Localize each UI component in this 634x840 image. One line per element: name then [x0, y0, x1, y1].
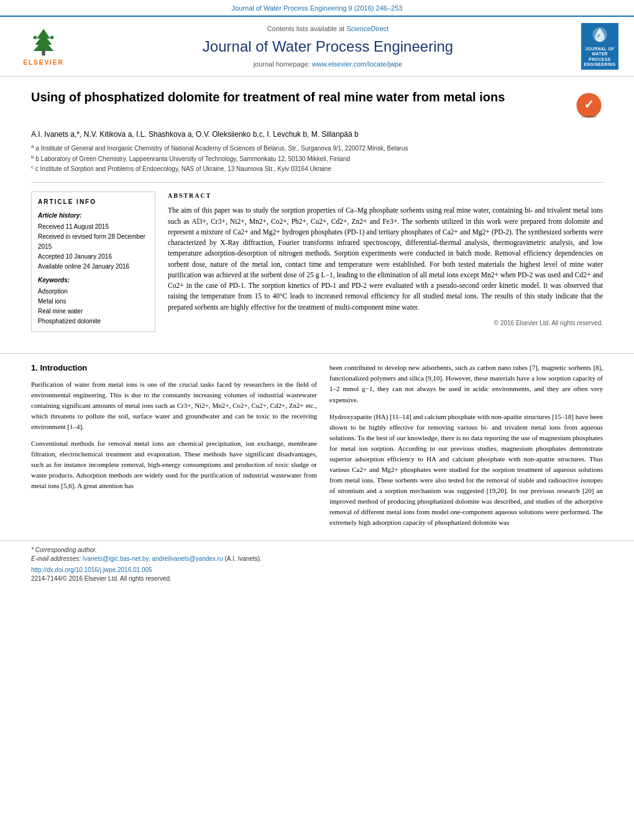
journal-citation-bar: Journal of Water Process Engineering 9 (…	[0, 0, 634, 16]
body-para-2: Conventional methods for removal metal i…	[31, 438, 317, 491]
water-drop-icon	[590, 25, 609, 44]
body-column-right: been contributed to develop new adsorben…	[329, 362, 603, 534]
abstract-title: ABSTRACT	[168, 192, 603, 200]
journal-homepage-link[interactable]: www.elsevier.com/locate/jwpe	[312, 60, 403, 68]
affiliation-a: a a Institute of General and Inorganic C…	[31, 143, 603, 153]
article-info-left: ARTICLE INFO Article history: Received 1…	[31, 192, 155, 332]
keyword-3: Real mine water	[38, 307, 149, 316]
keywords-label: Keywords:	[38, 275, 149, 285]
journal-title: Journal of Water Process Engineering	[81, 36, 575, 57]
body-para-4: Hydroxyapatite (HA) [11–14] and calcium …	[329, 412, 603, 528]
body-para-1: Purification of water from metal ions is…	[31, 379, 317, 432]
article-info-box: ARTICLE INFO Article history: Received 1…	[31, 192, 155, 332]
homepage-line: journal homepage: www.elsevier.com/locat…	[81, 60, 575, 69]
article-title-section: Using of phosphatized dolomite for treat…	[31, 89, 603, 122]
icon-text-line3: ENGINEERING	[584, 62, 616, 67]
elsevier-logo: ELSEVIER	[12, 26, 75, 67]
affiliations: a a Institute of General and Inorganic C…	[31, 143, 603, 173]
contents-line: Contents lists available at ScienceDirec…	[81, 24, 575, 34]
received-revised-date: Received in revised form 28 December 201…	[38, 232, 149, 252]
article-info-title: ARTICLE INFO	[38, 197, 149, 207]
email-line: E-mail addresses: Ivanets@igic.bas-net.b…	[31, 555, 603, 563]
elsevier-brand-text: ELSEVIER	[23, 58, 63, 67]
main-body: 1. Introduction Purification of water fr…	[0, 362, 634, 534]
svg-text:✓: ✓	[584, 98, 594, 111]
icon-text-line1: JOURNAL OF	[584, 47, 616, 52]
article-area: Using of phosphatized dolomite for treat…	[0, 76, 634, 344]
abstract-text: The aim of this paper was to study the s…	[168, 205, 603, 313]
article-title: Using of phosphatized dolomite for treat…	[31, 89, 569, 105]
svg-text:CrossMark: CrossMark	[581, 114, 597, 118]
body-para-3: been contributed to develop new adsorben…	[329, 362, 603, 405]
accepted-date: Accepted 10 January 2016	[38, 252, 149, 262]
header-center: Contents lists available at ScienceDirec…	[81, 24, 575, 69]
rights-line: 2214-7144/© 2016 Elsevier Ltd. All right…	[31, 575, 603, 583]
crossmark-logo: ✓ CrossMark	[575, 91, 603, 122]
footnote-area: * Corresponding author. E-mail addresses…	[0, 540, 634, 583]
svg-point-5	[50, 35, 53, 39]
keyword-2: Metal ions	[38, 297, 149, 307]
section1-heading: 1. Introduction	[31, 362, 317, 374]
journal-citation-link[interactable]: Journal of Water Process Engineering 9 (…	[232, 4, 403, 12]
keyword-4: Phosphatized dolomite	[38, 316, 149, 326]
svg-marker-3	[34, 39, 54, 51]
abstract-section: ABSTRACT The aim of this paper was to st…	[168, 192, 603, 332]
icon-text-line2: WATER PROCESS	[584, 52, 616, 62]
received-date: Received 11 August 2015	[38, 222, 149, 232]
authors-line: A.I. Ivanets a,*, N.V. Kitikova a, I.L. …	[31, 129, 603, 140]
email-link[interactable]: Ivanets@igic.bas-net.by, andreiIvanets@y…	[83, 555, 223, 562]
crossmark-icon: ✓ CrossMark	[575, 91, 603, 119]
keyword-1: Adsorption	[38, 287, 149, 297]
svg-point-4	[34, 35, 37, 39]
sciencedirect-link[interactable]: ScienceDirect	[346, 25, 388, 32]
elsevier-tree-icon	[25, 26, 62, 57]
available-date: Available online 24 January 2016	[38, 262, 149, 272]
body-column-left: 1. Introduction Purification of water fr…	[31, 362, 317, 534]
copyright-line: © 2016 Elsevier Ltd. All rights reserved…	[168, 319, 603, 328]
affiliation-b: b b Laboratory of Green Chemistry, Lappe…	[31, 154, 603, 164]
affiliation-c: c c Institute of Sorption and Problems o…	[31, 164, 603, 173]
journal-header: ELSEVIER Contents lists available at Sci…	[0, 16, 634, 76]
doi-link[interactable]: http://dx.doi.org/10.1016/j.jwpe.2016.01…	[31, 566, 603, 575]
journal-icon: JOURNAL OF WATER PROCESS ENGINEERING	[581, 23, 622, 70]
article-info-row: ARTICLE INFO Article history: Received 1…	[31, 182, 603, 332]
history-label: Article history:	[38, 211, 149, 221]
corresponding-note: * Corresponding author.	[31, 546, 603, 555]
